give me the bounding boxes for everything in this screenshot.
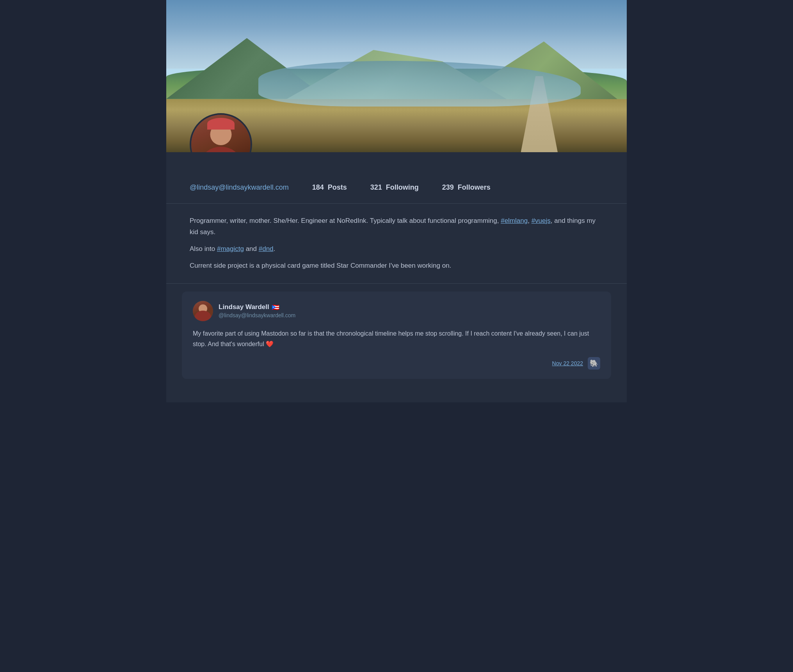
bio-line-3: Current side project is a physical card …: [190, 260, 603, 272]
bio-link-elmlang[interactable]: #elmlang: [501, 217, 528, 224]
posts-section: Lindsay Wardell 🇵🇷 @lindsay@lindsaykward…: [166, 284, 627, 402]
bio-line-1: Programmer, writer, mother. She/Her. Eng…: [190, 215, 603, 238]
post-handle-link[interactable]: @lindsay@lindsaykwardell.com: [219, 312, 295, 318]
profile-handle-link[interactable]: @lindsay@lindsaykwardell.com: [190, 183, 289, 192]
post-card: Lindsay Wardell 🇵🇷 @lindsay@lindsaykward…: [182, 292, 611, 379]
post-header: Lindsay Wardell 🇵🇷 @lindsay@lindsaykward…: [193, 301, 600, 321]
profile-avatar: [191, 115, 251, 152]
banner-container: [166, 0, 627, 152]
followers-stat: 239 Followers: [442, 183, 491, 192]
followers-count: 239 Followers: [442, 183, 491, 192]
post-avatar-image: [193, 301, 213, 321]
bio-line-2: Also into #magictg and #dnd.: [190, 244, 603, 255]
post-date-link[interactable]: Nov 22 2022: [552, 360, 583, 366]
post-user-info: Lindsay Wardell 🇵🇷 @lindsay@lindsaykward…: [219, 303, 295, 318]
mastodon-icon: 🐘: [588, 357, 600, 370]
following-stat: 321 Following: [370, 183, 419, 192]
page-wrapper: @lindsay@lindsaykwardell.com 184 Posts 3…: [166, 0, 627, 402]
profile-info-row: @lindsay@lindsaykwardell.com 184 Posts 3…: [166, 152, 627, 204]
post-avatar-container: [193, 301, 213, 321]
bio-link-vuejs[interactable]: #vuejs: [532, 217, 551, 224]
heart-emoji: ❤️: [266, 341, 274, 347]
post-display-name: Lindsay Wardell 🇵🇷: [219, 303, 295, 311]
posts-stat: 184 Posts: [312, 183, 347, 192]
flag-emoji: 🇵🇷: [272, 304, 279, 311]
bio-link-dnd[interactable]: #dnd: [259, 245, 274, 252]
post-footer: Nov 22 2022 🐘: [193, 357, 600, 370]
bio-section: Programmer, writer, mother. She/Her. Eng…: [166, 204, 627, 284]
posts-count: 184 Posts: [312, 183, 347, 192]
avatar-hat: [207, 118, 235, 130]
profile-avatar-container: [190, 113, 252, 152]
post-content: My favorite part of using Mastodon so fa…: [193, 328, 600, 349]
bio-link-magictg[interactable]: #magictg: [217, 245, 244, 252]
following-count: 321 Following: [370, 183, 419, 192]
